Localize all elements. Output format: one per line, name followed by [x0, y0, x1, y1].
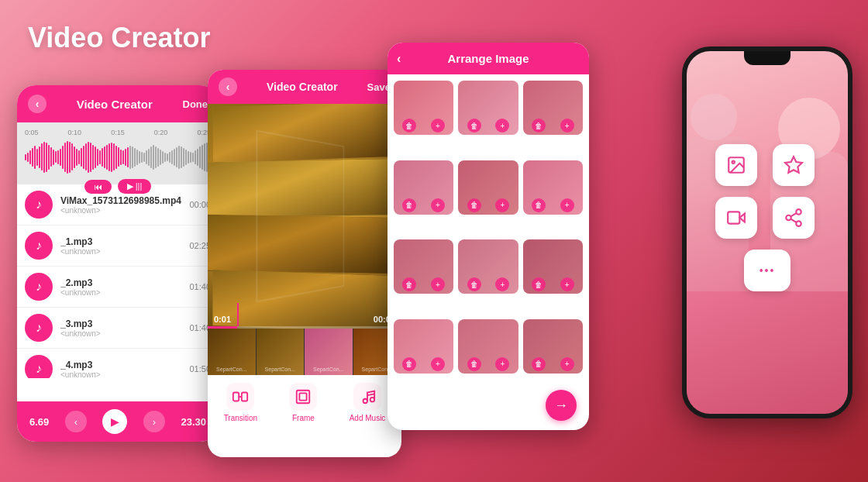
- svg-line-16: [790, 219, 796, 222]
- delete-btn-2[interactable]: 🗑: [467, 119, 481, 133]
- next-button[interactable]: ›: [143, 411, 165, 432]
- add-btn-4[interactable]: +: [431, 198, 445, 212]
- music-artist: <unknown>: [60, 247, 181, 256]
- phone-audio-screen: ‹ Video Creator Done 0:05 0:10 0:15 0:20…: [17, 85, 219, 442]
- delete-btn-3[interactable]: 🗑: [532, 119, 546, 133]
- arrange-back-button[interactable]: ‹: [397, 52, 401, 66]
- add-btn-12[interactable]: +: [560, 357, 574, 371]
- grid-item-4[interactable]: 🗑 +: [394, 160, 453, 215]
- list-item[interactable]: ♪ _4.mp3 <unknown> 01:50: [17, 349, 219, 378]
- arrange-header-title: Arrange Image: [447, 52, 529, 65]
- current-time: 6.69: [29, 416, 49, 428]
- svg-line-17: [790, 213, 796, 216]
- svg-rect-1: [242, 393, 247, 401]
- delete-btn-5[interactable]: 🗑: [467, 198, 481, 212]
- waveform-area: 0:05 0:10 0:15 0:20 0:25 ⏮ ▶ |||: [17, 122, 219, 184]
- list-item[interactable]: ♪ _1.mp3 <unknown> 02:25: [17, 226, 219, 267]
- add-btn-9[interactable]: +: [560, 277, 574, 291]
- music-artist: <unknown>: [60, 370, 181, 379]
- add-btn-6[interactable]: +: [560, 198, 574, 212]
- add-btn-10[interactable]: +: [431, 357, 445, 371]
- delete-btn-11[interactable]: 🗑: [467, 357, 481, 371]
- add-btn-11[interactable]: +: [495, 357, 509, 371]
- audio-done-button[interactable]: Done: [183, 98, 208, 110]
- arrange-next-button[interactable]: →: [546, 390, 577, 421]
- audio-header: ‹ Video Creator Done: [17, 85, 219, 122]
- play-button[interactable]: ▶: [102, 409, 127, 434]
- add-btn-1[interactable]: +: [431, 119, 445, 133]
- grid-item-8[interactable]: 🗑 +: [458, 239, 518, 294]
- app-title: Video Creator: [28, 22, 210, 54]
- grid-item-1[interactable]: 🗑 +: [394, 81, 453, 135]
- delete-btn-10[interactable]: 🗑: [402, 357, 416, 371]
- grid-item-12[interactable]: 🗑 +: [523, 319, 583, 374]
- svg-rect-0: [233, 393, 239, 401]
- total-time: 23.30: [181, 416, 206, 428]
- list-item[interactable]: ♪ _2.mp3 <unknown> 01:40: [17, 267, 219, 308]
- grid-item-2[interactable]: 🗑 +: [458, 81, 518, 135]
- add-music-icon: [353, 383, 381, 411]
- svg-point-15: [796, 221, 801, 226]
- grid-item-9[interactable]: 🗑 +: [523, 239, 583, 294]
- add-btn-8[interactable]: +: [495, 277, 509, 291]
- music-artist: <unknown>: [60, 288, 181, 297]
- next-icon: →: [554, 398, 568, 414]
- list-item[interactable]: ♪ _3.mp3 <unknown> 01:40: [17, 308, 219, 349]
- music-name: _4.mp3: [60, 360, 181, 370]
- add-btn-5[interactable]: +: [495, 198, 509, 212]
- delete-btn-9[interactable]: 🗑: [532, 277, 546, 291]
- home-icons-grid: •••: [715, 144, 819, 291]
- thumbnail-strip: SepartCon... SepartCon... SepartCon... S…: [208, 329, 401, 375]
- music-name: _1.mp3: [60, 236, 181, 247]
- delete-btn-4[interactable]: 🗑: [402, 198, 416, 212]
- frame-tool[interactable]: Frame: [289, 383, 317, 422]
- svg-rect-4: [300, 393, 307, 400]
- video-overlay: [208, 104, 401, 329]
- gallery-icon-button[interactable]: [715, 144, 757, 186]
- more-icon-button[interactable]: •••: [744, 250, 790, 291]
- svg-marker-10: [785, 157, 802, 173]
- music-name: _2.mp3: [60, 277, 181, 288]
- svg-point-9: [732, 161, 735, 164]
- delete-btn-1[interactable]: 🗑: [402, 119, 416, 133]
- phone-home-screen: •••: [682, 46, 852, 418]
- grid-item-11[interactable]: 🗑 +: [458, 319, 518, 374]
- add-btn-7[interactable]: +: [431, 277, 445, 291]
- phone-arrange-screen: ‹ Arrange Image 🗑 + 🗑 + 🗑 +: [388, 43, 589, 430]
- rewind-button[interactable]: ⏮: [84, 180, 112, 194]
- list-item[interactable]: ♪ ViMax_1573112698985.mp4 <unknown> 00:0…: [17, 184, 219, 226]
- music-name: _3.mp3: [60, 318, 181, 329]
- prev-button[interactable]: ‹: [65, 411, 87, 432]
- grid-item-10[interactable]: 🗑 +: [394, 319, 453, 374]
- delete-btn-6[interactable]: 🗑: [532, 198, 546, 212]
- bottom-controls: 6.69 ‹ ▶ › 23.30: [17, 401, 219, 442]
- add-music-tool[interactable]: Add Music: [350, 383, 386, 422]
- music-icon: ♪: [25, 191, 53, 219]
- grid-item-3[interactable]: 🗑 +: [523, 81, 583, 135]
- audio-back-button[interactable]: ‹: [28, 95, 46, 113]
- delete-btn-7[interactable]: 🗑: [402, 277, 416, 291]
- thumbnail-2[interactable]: SepartCon...: [257, 329, 305, 375]
- video-back-button[interactable]: ‹: [219, 77, 237, 96]
- play-pause-button[interactable]: ▶ |||: [118, 179, 152, 194]
- video-icon-button[interactable]: [715, 197, 757, 239]
- thumbnail-3[interactable]: SepartCon...: [305, 329, 353, 375]
- add-btn-2[interactable]: +: [495, 119, 509, 133]
- waveform-visual: [25, 139, 211, 174]
- favorites-icon-button[interactable]: [773, 144, 815, 186]
- delete-btn-12[interactable]: 🗑: [532, 357, 546, 371]
- frame-icon: [289, 383, 317, 411]
- thumb-label-2: SepartCon...: [265, 367, 295, 372]
- audio-header-title: Video Creator: [77, 98, 153, 111]
- transition-tool[interactable]: Transition: [224, 383, 258, 422]
- back-icon: ‹: [36, 98, 40, 110]
- grid-item-5[interactable]: 🗑 +: [458, 160, 518, 215]
- thumbnail-1[interactable]: SepartCon...: [208, 329, 257, 375]
- add-btn-3[interactable]: +: [560, 119, 574, 133]
- delete-btn-8[interactable]: 🗑: [467, 277, 481, 291]
- share-icon-button[interactable]: [773, 197, 815, 239]
- music-icon: ♪: [25, 232, 53, 260]
- grid-item-6[interactable]: 🗑 +: [523, 160, 583, 215]
- grid-item-7[interactable]: 🗑 +: [394, 239, 453, 294]
- waveform-time-markers: 0:05 0:10 0:15 0:20 0:25: [25, 129, 211, 136]
